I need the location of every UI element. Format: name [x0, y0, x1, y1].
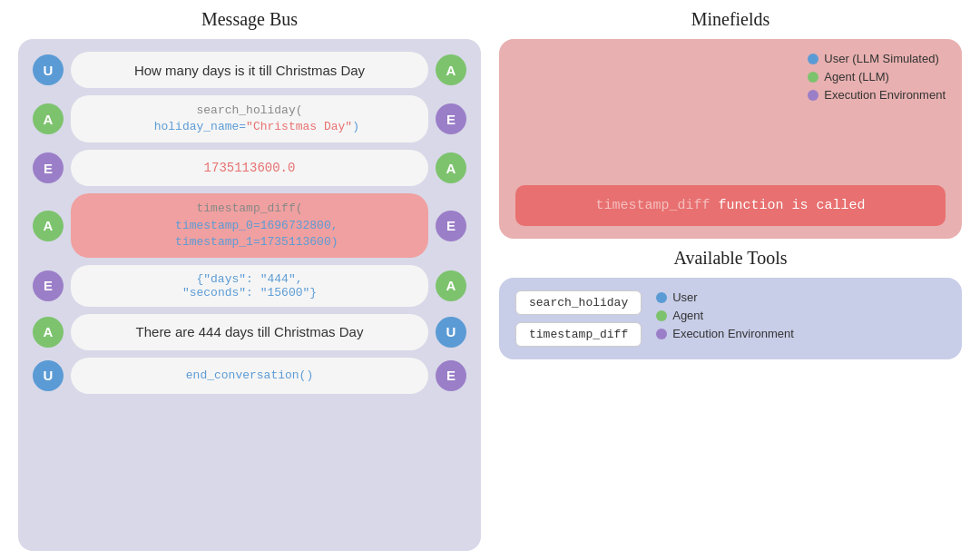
alert-fn-name: timestamp_diff	[595, 198, 710, 213]
badge-A-3: A	[436, 152, 466, 183]
legend-item-exec: Execution Environment	[808, 88, 946, 102]
badge-U-6: U	[436, 317, 466, 348]
tools-legend-label-user: User	[672, 290, 697, 304]
message-row-7: U end_conversation() E	[33, 358, 466, 394]
available-tools-box: search_holiday timestamp_diff User Agent…	[499, 278, 962, 359]
message-row-1: U How many days is it till Christmas Day…	[33, 52, 466, 88]
badge-E-7: E	[436, 360, 466, 391]
right-panel: Minefields User (LLM Simulated) Agent (L…	[499, 9, 962, 551]
badge-A-2: A	[33, 103, 64, 134]
message-bubble-7: end_conversation()	[71, 358, 428, 394]
legend-label-exec: Execution Environment	[824, 88, 946, 102]
alert-rest: function is called	[710, 198, 866, 213]
message-row-4: A timestamp_diff( timestamp_0=1696732800…	[33, 193, 466, 258]
tools-list: search_holiday timestamp_diff	[515, 290, 642, 347]
minefields-box: User (LLM Simulated) Agent (LLM) Executi…	[499, 39, 962, 239]
tools-legend-dot-agent	[656, 310, 667, 321]
message-text-6: There are 444 days till Christmas Day	[136, 324, 364, 339]
code-fn-arg-2: holiday_name=	[154, 120, 246, 133]
message-text-1: How many days is it till Christmas Day	[134, 63, 365, 78]
code-fn-name-4: timestamp_diff(	[196, 201, 302, 215]
tools-legend-label-agent: Agent	[672, 309, 703, 322]
code-paren-2: )	[352, 120, 359, 133]
message-bus-title: Message Bus	[18, 9, 481, 30]
legend-item-agent: Agent (LLM)	[808, 70, 946, 84]
message-bubble-3: 1735113600.0	[71, 150, 428, 186]
tools-legend-dot-user	[656, 292, 667, 303]
tools-legend-item-exec: Execution Environment	[656, 327, 794, 340]
legend-dot-user	[808, 54, 818, 64]
message-row-2: A search_holiday( holiday_name="Christma…	[33, 95, 466, 142]
message-bubble-6: There are 444 days till Christmas Day	[71, 314, 428, 350]
badge-E-5: E	[33, 270, 64, 301]
message-bubble-1: How many days is it till Christmas Day	[71, 52, 428, 88]
badge-E-2: E	[436, 103, 466, 134]
legend-label-user: User (LLM Simulated)	[824, 52, 938, 65]
minefield-alert: timestamp_diff function is called	[515, 185, 946, 226]
legend-label-agent: Agent (LLM)	[824, 70, 889, 84]
tools-legend-dot-exec	[656, 329, 667, 339]
badge-A-5: A	[436, 270, 466, 301]
tool-badge-search-holiday: search_holiday	[515, 290, 642, 315]
message-row-6: A There are 444 days till Christmas Day …	[33, 314, 466, 350]
badge-E-4: E	[436, 211, 466, 241]
badge-A-4: A	[33, 211, 64, 241]
left-panel: Message Bus U How many days is it till C…	[18, 9, 481, 551]
tools-legend-label-exec: Execution Environment	[672, 327, 794, 340]
tools-legend-item-agent: Agent	[656, 309, 794, 322]
message-row-3: E 1735113600.0 A	[33, 150, 466, 186]
message-row-5: E {"days": "444","seconds": "15600"} A	[33, 265, 466, 307]
message-bubble-4: timestamp_diff( timestamp_0=1696732800, …	[71, 193, 428, 258]
number-value-3: 1735113600.0	[204, 161, 296, 175]
minefields-title: Minefields	[499, 9, 962, 30]
available-tools-section: Available Tools search_holiday timestamp…	[499, 248, 962, 359]
minefields-section: Minefields User (LLM Simulated) Agent (L…	[499, 9, 962, 239]
tools-legend-item-user: User	[656, 290, 794, 304]
badge-E-3: E	[33, 152, 64, 183]
tools-legend: User Agent Execution Environment	[656, 290, 794, 340]
message-bubble-2: search_holiday( holiday_name="Christmas …	[71, 95, 428, 142]
legend-dot-exec	[808, 90, 818, 101]
badge-U-7: U	[33, 360, 64, 391]
message-bus-container: U How many days is it till Christmas Day…	[18, 39, 481, 551]
code-fn-val-4a: 1696732800,	[260, 219, 338, 232]
code-fn-name-2: search_holiday(	[196, 103, 302, 117]
code-fn-arg-4b: timestamp_1=	[175, 235, 260, 249]
message-bubble-5: {"days": "444","seconds": "15600"}	[71, 265, 428, 307]
code-fn-arg-4a: timestamp_0=	[175, 219, 260, 232]
available-tools-title: Available Tools	[499, 248, 962, 269]
json-text-5: {"days": "444","seconds": "15600"}	[182, 272, 317, 300]
code-fn-value-2: "Christmas Day"	[246, 120, 352, 133]
tool-badge-timestamp-diff: timestamp_diff	[515, 322, 642, 347]
legend-dot-agent	[808, 72, 818, 83]
code-fn-val-4b: 1735113600)	[260, 235, 338, 249]
minefields-legend: User (LLM Simulated) Agent (LLM) Executi…	[808, 52, 946, 102]
legend-item-user: User (LLM Simulated)	[808, 52, 946, 65]
code-text-7: end_conversation()	[186, 368, 313, 384]
badge-A-6: A	[33, 317, 64, 348]
badge-U-1: U	[33, 54, 64, 85]
badge-A-1: A	[436, 54, 466, 85]
